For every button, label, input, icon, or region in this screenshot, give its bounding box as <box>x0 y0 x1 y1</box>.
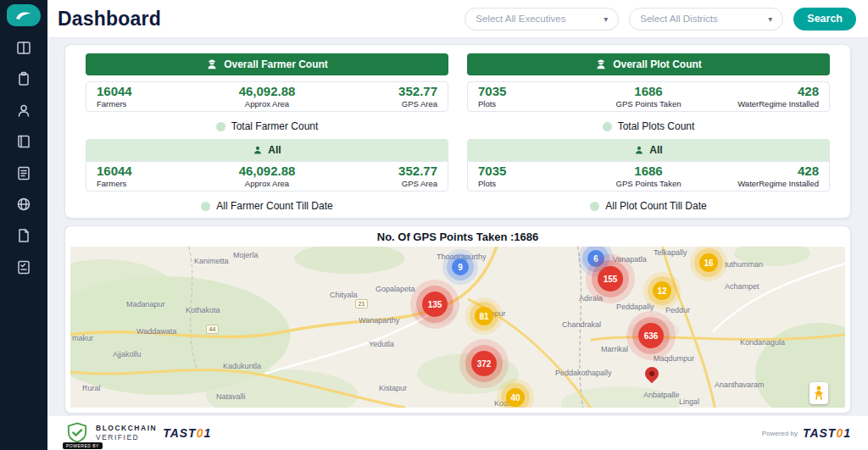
top-header: Dashboard Select All Executives ▾ Select… <box>47 0 868 37</box>
executives-select[interactable]: Select All Executives ▾ <box>465 8 619 31</box>
map-place-label: Peddakothapally <box>555 369 612 377</box>
gps-cluster-marker[interactable]: 12 <box>653 281 671 300</box>
map-place-label: Ananthavaram <box>715 381 765 389</box>
map-place-label: Marrikal <box>601 345 628 353</box>
stat-value: 1686 <box>598 164 698 179</box>
header-controls: Select All Executives ▾ Select All Distr… <box>465 8 856 31</box>
powered-by-badge: POWERED BY <box>63 442 103 449</box>
stat-value: 46,092.88 <box>217 85 317 99</box>
gps-cluster-marker[interactable]: 6 <box>587 250 604 267</box>
legend-label: Total Farmer Count <box>231 120 319 132</box>
stat-label: WaterRegime Installed <box>719 99 819 108</box>
stat-label: Plots <box>478 179 578 188</box>
map-place-label: Maqdumpur <box>654 354 694 363</box>
logo-swirl-icon <box>14 9 33 21</box>
stat-label: GPS Points Taken <box>598 99 698 108</box>
gps-map[interactable]: KanimettaMojerlaMadanapurKothakotaWaddaw… <box>70 247 845 408</box>
gps-cluster-marker[interactable]: 372 <box>471 351 497 376</box>
map-place-label: Wanaparthy <box>359 316 399 325</box>
map-place-label: Kanimetta <box>194 257 229 265</box>
stats-card: Overall Farmer Count 16044 Farmers 46,09… <box>64 44 851 219</box>
stat-value: 16044 <box>97 164 197 179</box>
stat-label: GPS Area <box>337 99 437 108</box>
stat-value: 352.77 <box>337 85 437 99</box>
blockchain-verified-badge: POWERED BY BLOCKCHAIN VERIFIED TAST01 <box>64 416 211 450</box>
plot-count-header-label: Overall Plot Count <box>613 58 702 70</box>
map-place-label: Peddapally <box>616 303 654 311</box>
plot-all-legend: All Plot Count Till Date <box>467 200 830 212</box>
map-place-label: Chandrakal <box>562 320 601 329</box>
globe-icon[interactable] <box>14 195 33 214</box>
stat-value: 428 <box>719 85 819 99</box>
person-icon <box>253 145 263 155</box>
plot-all-label: All <box>649 144 662 156</box>
stat-label: Approx Area <box>217 99 317 108</box>
districts-select-value: Select All Districts <box>640 14 717 24</box>
layout-icon[interactable] <box>14 38 33 57</box>
stat-label: GPS Points Taken <box>598 179 698 188</box>
map-place-label: Telkapally <box>654 248 687 257</box>
stat-gps-area: 352.77 GPS Area <box>327 85 448 109</box>
person-icon <box>634 145 644 155</box>
map-place-label: Gopalapeta <box>376 285 415 293</box>
powered-by-label: Powered by <box>762 430 798 437</box>
gps-cluster-marker[interactable]: 9 <box>452 258 469 275</box>
pegman-icon <box>814 386 824 401</box>
search-button[interactable]: Search <box>793 8 856 31</box>
gps-cluster-marker[interactable]: 636 <box>638 323 664 348</box>
blockchain-line: BLOCKCHAIN <box>96 424 157 433</box>
verified-line: VERIFIED <box>96 433 157 442</box>
stat-approx-area: 46,092.88 Approx Area <box>207 85 327 109</box>
stat-plots: 7035 Plots <box>468 164 588 189</box>
users-icon[interactable] <box>14 101 33 119</box>
footer: POWERED BY BLOCKCHAIN VERIFIED TAST01 Po… <box>47 415 868 450</box>
farmer-icon <box>206 58 218 70</box>
legend-dot-icon <box>590 202 599 211</box>
farmer-all-stats-row: 16044 Farmers 46,092.88 Approx Area 352.… <box>86 161 448 192</box>
legend-dot-icon <box>216 122 225 131</box>
stat-farmers: 16044 Farmers <box>86 164 207 189</box>
pegman-control[interactable] <box>810 382 828 404</box>
map-place-label: Adirala <box>579 294 603 303</box>
book-icon[interactable] <box>14 132 33 151</box>
map-card: No. Of GPS Points Taken :1686 <box>64 225 851 414</box>
districts-select[interactable]: Select All Districts ▾ <box>629 8 783 31</box>
main-content: Overall Farmer Count 16044 Farmers 46,09… <box>47 37 868 415</box>
stat-plots: 7035 Plots <box>468 85 588 109</box>
file-icon[interactable] <box>14 226 33 245</box>
page-title: Dashboard <box>58 8 161 31</box>
plot-stats-row: 7035 Plots 1686 GPS Points Taken 428 Wat… <box>467 81 830 112</box>
stat-gps-area: 352.77 GPS Area <box>327 164 448 189</box>
gps-cluster-marker[interactable]: 155 <box>598 266 623 292</box>
stat-label: Plots <box>478 99 578 108</box>
stat-value: 7035 <box>478 164 578 179</box>
map-place-label: Waddawata <box>136 327 176 336</box>
list-icon[interactable] <box>14 164 33 182</box>
clipboard-icon[interactable] <box>14 69 33 88</box>
plot-all-header: All <box>467 139 830 161</box>
stat-value: 352.77 <box>337 164 437 179</box>
farmer-all-legend: All Farmer Count Till Date <box>86 200 448 212</box>
stat-gps-points: 1686 GPS Points Taken <box>588 85 709 109</box>
farmer-count-header: Overall Farmer Count <box>86 53 448 75</box>
farmer-all-label: All <box>268 144 281 156</box>
stat-value: 16044 <box>97 85 197 99</box>
map-place-label: tuthumman <box>725 260 763 269</box>
map-place-label: Chityala <box>330 291 358 299</box>
gps-cluster-marker[interactable]: 40 <box>506 388 525 407</box>
map-place-label: Peddur <box>665 306 690 314</box>
gps-cluster-marker[interactable]: 81 <box>475 307 493 325</box>
map-place-label: Natavalli <box>216 392 246 401</box>
map-title: No. Of GPS Points Taken :1686 <box>70 231 845 247</box>
gps-cluster-marker[interactable]: 16 <box>699 253 718 272</box>
stat-approx-area: 46,092.88 Approx Area <box>207 164 327 189</box>
map-place-label: Ajjakollu <box>113 350 142 358</box>
gps-cluster-marker[interactable]: 135 <box>422 292 448 317</box>
stat-label: Farmers <box>97 99 197 108</box>
farmer-legend: Total Farmer Count <box>86 120 448 132</box>
map-place-label: Madanapur <box>126 300 165 308</box>
app-logo-icon[interactable] <box>7 4 41 26</box>
map-place-label: Rural <box>82 384 101 392</box>
tasks-icon[interactable] <box>14 258 33 276</box>
map-place-label: makur <box>72 334 93 342</box>
